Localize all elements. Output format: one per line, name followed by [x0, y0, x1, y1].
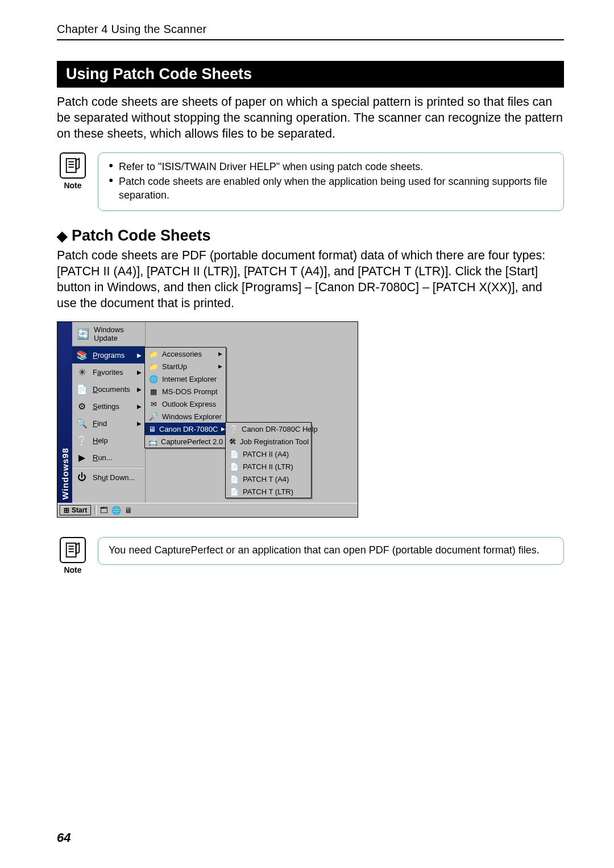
- svg-rect-0: [67, 159, 76, 172]
- canon-item-patchta4[interactable]: 📄PATCH T (A4): [226, 473, 311, 485]
- start-item-run[interactable]: ▶Run...: [72, 449, 145, 466]
- intro-paragraph: Patch code sheets are sheets of paper on…: [57, 94, 564, 142]
- start-item-help[interactable]: ❔Help: [72, 432, 145, 449]
- start-item-shutdown[interactable]: ⏻ Shut Down...: [72, 469, 145, 486]
- note-icon: [60, 537, 86, 563]
- windows-logo-icon: ⊞: [64, 506, 69, 514]
- program-icon: 🔎: [148, 411, 159, 421]
- programs-item-label: CapturePerfect 2.0: [161, 437, 223, 446]
- programs-item-label: Internet Explorer: [162, 375, 222, 383]
- section-title: Using Patch Code Sheets: [57, 61, 564, 88]
- program-icon: 🌐: [148, 374, 159, 384]
- favorites-icon: ✳: [76, 366, 88, 378]
- canon-item-patchiiltr[interactable]: 📄PATCH II (LTR): [226, 460, 311, 473]
- subheading-text: Patch Code Sheets: [72, 227, 211, 244]
- submenu-arrow-icon: ▶: [137, 352, 142, 358]
- sidebar-text: Windows98: [60, 444, 70, 503]
- start-item-settings[interactable]: ⚙Settings▶: [72, 398, 145, 415]
- note1-item: Patch code sheets are enabled only when …: [109, 175, 553, 202]
- page-number: 64: [57, 830, 70, 845]
- canon-item-icon: 📄: [229, 474, 239, 484]
- help-icon: ❔: [76, 434, 88, 447]
- programs-item-startup[interactable]: 📁StartUp▶: [145, 360, 226, 373]
- programs-item-captureperfect20[interactable]: 📇CapturePerfect 2.0: [145, 435, 226, 448]
- programs-item-label: Windows Explorer: [162, 412, 222, 421]
- note1-item: Refer to "ISIS/TWAIN Driver HELP" when u…: [109, 160, 553, 173]
- start-item-label: Favorites: [93, 368, 132, 377]
- windows-sidebar: Windows98: [57, 322, 72, 503]
- tray-icon[interactable]: 🗔: [100, 506, 108, 515]
- start-item-programs[interactable]: 📚Programs▶: [72, 346, 145, 363]
- note-label: Note: [64, 181, 81, 190]
- find-icon: 🔍: [76, 417, 88, 429]
- programs-item-label: Canon DR-7080C: [159, 425, 218, 433]
- canon-item-jobregistrationtool[interactable]: 🛠Job Registration Tool: [226, 435, 311, 448]
- note-icon: [60, 152, 86, 179]
- submenu-arrow-icon: ▶: [137, 403, 142, 410]
- canon-item-label: PATCH II (A4): [243, 450, 308, 458]
- start-item-find[interactable]: 🔍Find▶: [72, 415, 145, 432]
- start-button-label: Start: [72, 506, 87, 514]
- start-item-favorites[interactable]: ✳Favorites▶: [72, 363, 145, 381]
- note-block-2: Note You need CapturePerfect or an appli…: [57, 537, 564, 574]
- canon-item-patchiia4[interactable]: 📄PATCH II (A4): [226, 448, 311, 460]
- programs-item-internetexplorer[interactable]: 🌐Internet Explorer: [145, 373, 226, 385]
- programs-item-label: StartUp: [162, 362, 215, 371]
- canon-item-icon: 📄: [229, 461, 239, 472]
- windows-update-icon: 🔄: [77, 328, 89, 340]
- program-icon: 📇: [148, 436, 157, 447]
- canon-item-label: Canon DR-7080C Help: [242, 425, 318, 433]
- subheading: ◆Patch Code Sheets: [57, 227, 564, 245]
- taskbar: ⊞ Start 🗔 🌐 🖥: [57, 503, 358, 517]
- program-icon: ✉: [148, 399, 159, 409]
- programs-submenu: 📁Accessories▶📁StartUp▶🌐Internet Explorer…: [144, 347, 226, 448]
- canon-item-label: PATCH T (A4): [243, 475, 308, 483]
- start-item-documents[interactable]: 📄Documents▶: [72, 381, 145, 398]
- submenu-arrow-icon: ▶: [137, 420, 142, 427]
- note-block-1: Note Refer to "ISIS/TWAIN Driver HELP" w…: [57, 152, 564, 211]
- start-item-label: Help: [93, 436, 142, 445]
- program-icon: 📁: [148, 349, 159, 359]
- submenu-arrow-icon: ▶: [218, 351, 222, 357]
- canon-item-canondr7080chelp[interactable]: ❔Canon DR-7080C Help: [226, 423, 311, 435]
- programs-item-msdosprompt[interactable]: ▩MS-DOS Prompt: [145, 385, 226, 398]
- programs-item-windowsexplorer[interactable]: 🔎Windows Explorer: [145, 410, 226, 423]
- windows-update-item[interactable]: 🔄 Windows Update: [72, 322, 145, 346]
- submenu-arrow-icon: ▶: [218, 363, 222, 369]
- program-icon: 📁: [148, 361, 159, 371]
- canon-item-icon: 📄: [229, 449, 239, 459]
- programs-item-label: Outlook Express: [162, 400, 222, 408]
- svg-rect-4: [67, 543, 76, 557]
- submenu-arrow-icon: ▶: [137, 369, 142, 375]
- canon-item-label: PATCH II (LTR): [243, 462, 308, 471]
- programs-item-outlookexpress[interactable]: ✉Outlook Express: [145, 398, 226, 410]
- program-icon: 🖥: [148, 424, 156, 434]
- chapter-header: Chapter 4 Using the Scanner: [57, 23, 564, 40]
- run-icon: ▶: [76, 451, 88, 464]
- note2-text: You need CapturePerfect or an applicatio…: [98, 537, 564, 564]
- windows-update-label: Windows Update: [94, 325, 140, 342]
- program-icon: ▩: [148, 386, 159, 396]
- start-item-label: Run...: [93, 453, 142, 462]
- shutdown-icon: ⏻: [76, 471, 88, 483]
- canon-item-icon: ❔: [229, 424, 238, 434]
- canon-item-icon: 🛠: [229, 436, 237, 447]
- canon-item-label: PATCH T (LTR): [243, 487, 308, 496]
- tray-icon[interactable]: 🖥: [125, 506, 132, 515]
- shutdown-label: Shut Down...: [93, 473, 142, 482]
- sub-paragraph: Patch code sheets are PDF (portable docu…: [57, 248, 564, 312]
- settings-icon: ⚙: [76, 400, 88, 412]
- note-label: Note: [64, 565, 81, 574]
- programs-item-accessories[interactable]: 📁Accessories▶: [145, 348, 226, 360]
- tray-icon[interactable]: 🌐: [111, 506, 121, 515]
- programs-item-label: Accessories: [162, 350, 215, 358]
- windows-start-menu-screenshot: Windows98 🔄 Windows Update 📚Programs▶✳Fa…: [57, 321, 358, 518]
- canon-item-patchtltr[interactable]: 📄PATCH T (LTR): [226, 485, 311, 498]
- start-item-label: Find: [93, 419, 132, 428]
- start-button[interactable]: ⊞ Start: [60, 505, 91, 515]
- documents-icon: 📄: [76, 383, 88, 395]
- programs-item-label: MS-DOS Prompt: [162, 387, 222, 396]
- programs-icon: 📚: [76, 349, 88, 361]
- start-item-label: Settings: [93, 402, 132, 411]
- programs-item-canondr7080c[interactable]: 🖥Canon DR-7080C▶: [145, 423, 226, 435]
